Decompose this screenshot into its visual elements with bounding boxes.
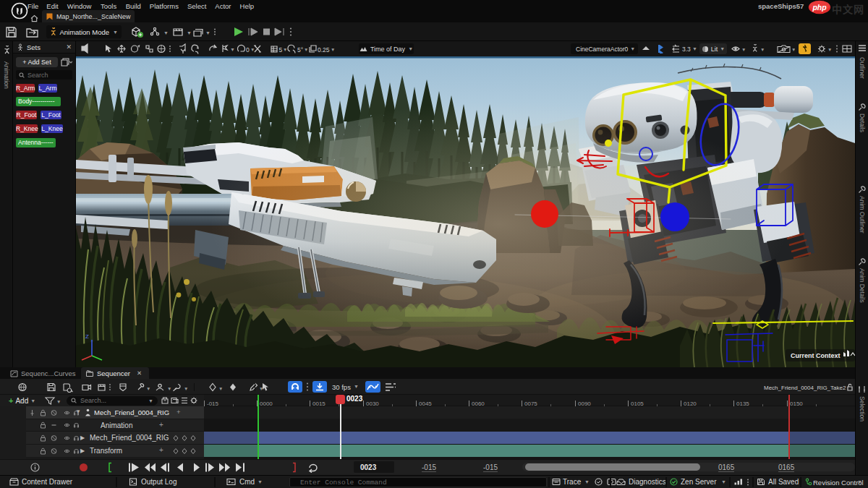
svg-text:▼: ▼ — [760, 47, 765, 52]
svg-text:5°: 5° — [297, 46, 303, 53]
svg-text:▼: ▼ — [304, 47, 308, 52]
svg-text:0: 0 — [246, 46, 250, 53]
svg-text:▼: ▼ — [283, 47, 287, 52]
svg-text:▼: ▼ — [167, 386, 171, 391]
svg-text:▼: ▼ — [205, 30, 210, 35]
svg-text:▼: ▼ — [250, 47, 255, 52]
svg-text:▼: ▼ — [331, 47, 335, 52]
svg-text:▼: ▼ — [56, 399, 61, 404]
svg-text:Current Context: Current Context — [791, 352, 841, 359]
svg-text:▼: ▼ — [163, 30, 169, 35]
svg-text:Z: Z — [85, 333, 89, 340]
svg-text:▼: ▼ — [146, 386, 150, 391]
svg-text:php: php — [812, 3, 827, 12]
svg-text:▼: ▼ — [218, 386, 223, 391]
svg-text:0.25: 0.25 — [318, 46, 330, 53]
svg-text:▼: ▼ — [184, 386, 188, 391]
svg-text:▼: ▼ — [827, 47, 832, 52]
svg-text:▼: ▼ — [791, 47, 795, 52]
svg-text:▼: ▼ — [741, 47, 746, 52]
svg-text:▼: ▼ — [230, 47, 235, 52]
svg-text:5: 5 — [279, 46, 283, 53]
svg-text:▼: ▼ — [187, 30, 192, 35]
